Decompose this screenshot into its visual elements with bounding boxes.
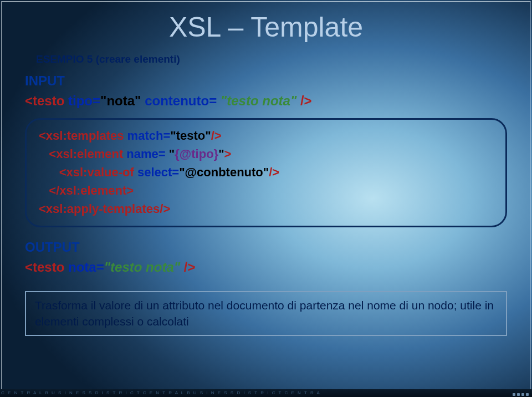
code-line-3: <xsl:value-of select="@conbtenuto"/> xyxy=(39,163,493,181)
quote: " xyxy=(290,93,300,108)
equals: = xyxy=(93,93,100,108)
attr-name: tipo xyxy=(64,93,93,108)
quote: " xyxy=(221,93,227,108)
attr-name: nota xyxy=(64,259,96,274)
output-block: OUTPUT <testo nota="testo nota" /> xyxy=(25,240,507,276)
input-label: INPUT xyxy=(25,73,507,89)
code-line-4: </xsl:element> xyxy=(39,181,493,200)
self-close: /> xyxy=(184,259,196,274)
footer-dots-icon xyxy=(513,393,529,396)
attr-value: testo nota xyxy=(227,93,290,108)
xsl-code-block: <xsl:templates match="testo"/> <xsl:elem… xyxy=(25,118,507,227)
caption-box: Trasforma il valore di un attributo nel … xyxy=(25,291,507,336)
output-label: OUTPUT xyxy=(25,240,507,255)
tag-name: testo xyxy=(33,93,64,108)
slide-title: XSL – Template xyxy=(25,11,507,43)
code-line-5: <xsl:apply-templates/> xyxy=(39,200,493,218)
output-code: <testo nota="testo nota" /> xyxy=(25,258,507,276)
example-subtitle: ESEMPIO 5 (creare elementi) xyxy=(36,53,507,65)
attr-name: contenuto xyxy=(141,93,209,108)
input-code: <testo tipo="nota" contenuto= "testo not… xyxy=(25,92,507,109)
attr-value: nota xyxy=(106,93,135,108)
angle-bracket: < xyxy=(25,93,33,108)
tag-name: testo xyxy=(33,259,64,274)
footer-text: C E N T R A L B U S I N E S S D I S T R … xyxy=(1,390,321,395)
code-line-2: <xsl:element name= "{@tipo}"> xyxy=(39,145,493,163)
angle-bracket: < xyxy=(25,259,33,274)
footer-strip: C E N T R A L B U S I N E S S D I S T R … xyxy=(0,389,532,397)
slide-content: XSL – Template ESEMPIO 5 (creare element… xyxy=(0,0,532,389)
quote: " xyxy=(174,259,184,274)
equals: = xyxy=(209,93,221,108)
code-line-1: <xsl:templates match="testo"/> xyxy=(39,126,493,145)
quote: " xyxy=(100,93,106,108)
self-close: /> xyxy=(300,93,312,108)
quote: " xyxy=(104,259,110,274)
quote: " xyxy=(135,93,141,108)
attr-value: testo nota xyxy=(110,259,174,274)
equals: = xyxy=(96,259,104,274)
